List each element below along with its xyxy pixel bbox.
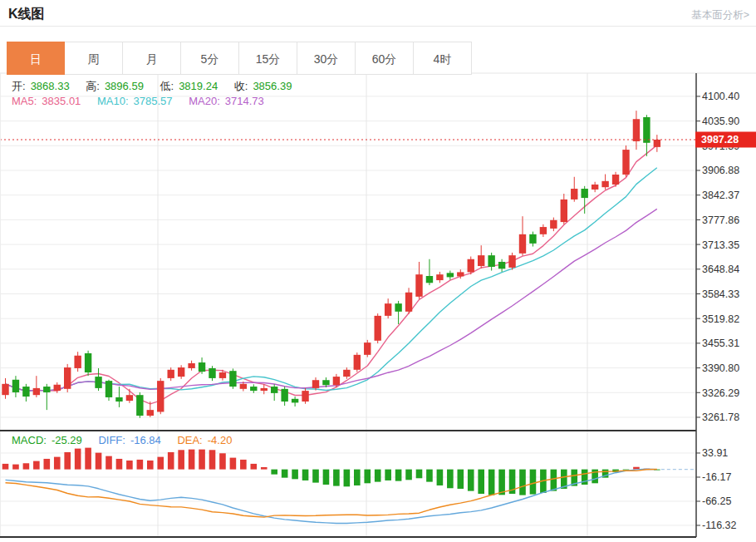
candle[interactable] [43, 387, 50, 392]
candle[interactable] [312, 380, 319, 388]
candle[interactable] [209, 368, 215, 378]
fundamental-analysis-link[interactable]: 基本面分析> [691, 8, 749, 22]
macd-hist-bar[interactable] [447, 470, 454, 489]
candle[interactable] [592, 185, 598, 190]
tab-15min[interactable]: 15分 [239, 42, 297, 75]
candle[interactable] [561, 200, 567, 222]
macd-hist-bar[interactable] [354, 470, 361, 485]
candle[interactable] [74, 356, 81, 368]
macd-hist-bar[interactable] [375, 470, 381, 482]
candle[interactable] [550, 220, 557, 229]
macd-hist-bar[interactable] [302, 470, 309, 480]
candle[interactable] [22, 387, 29, 397]
macd-hist-bar[interactable] [219, 453, 226, 469]
candle[interactable] [447, 273, 454, 277]
macd-hist-bar[interactable] [209, 450, 216, 469]
candle[interactable] [540, 227, 547, 234]
candle[interactable] [601, 181, 608, 187]
macd-hist-bar[interactable] [44, 459, 51, 470]
macd-hist-bar[interactable] [468, 470, 474, 491]
candle[interactable] [147, 410, 154, 416]
candle[interactable] [229, 371, 236, 387]
macd-hist-bar[interactable] [64, 452, 71, 470]
macd-hist-bar[interactable] [364, 470, 371, 484]
macd-hist-bar[interactable] [271, 470, 277, 475]
candle[interactable] [529, 234, 536, 244]
macd-hist-bar[interactable] [551, 470, 557, 491]
tab-day[interactable]: 日 [7, 42, 65, 75]
candle[interactable] [354, 355, 361, 370]
candle[interactable] [415, 274, 422, 297]
candle[interactable] [519, 234, 526, 254]
tab-4hour[interactable]: 4时 [414, 42, 472, 75]
macd-hist-bar[interactable] [168, 452, 174, 470]
candle[interactable] [178, 367, 184, 377]
candle[interactable] [126, 395, 133, 401]
tab-month[interactable]: 月 [123, 42, 181, 75]
macd-hist-bar[interactable] [54, 457, 61, 470]
candle[interactable] [261, 388, 268, 391]
macd-hist-bar[interactable] [458, 470, 464, 489]
candle[interactable] [188, 363, 194, 368]
candle[interactable] [199, 362, 205, 372]
tab-5min[interactable]: 5分 [181, 42, 239, 75]
macd-hist-bar[interactable] [292, 470, 298, 480]
macd-hist-bar[interactable] [199, 450, 205, 470]
macd-hist-bar[interactable] [12, 465, 19, 470]
macd-hist-bar[interactable] [437, 470, 444, 485]
macd-hist-bar[interactable] [106, 456, 112, 470]
macd-hist-bar[interactable] [498, 470, 505, 495]
candle[interactable] [364, 342, 371, 355]
macd-hist-bar[interactable] [530, 470, 537, 495]
candle[interactable] [95, 377, 101, 388]
candle[interactable] [85, 353, 91, 372]
macd-hist-bar[interactable] [75, 449, 81, 470]
candle[interactable] [612, 175, 619, 185]
candle[interactable] [106, 381, 112, 397]
macd-hist-bar[interactable] [426, 470, 433, 482]
macd-hist-bar[interactable] [147, 461, 154, 470]
candle[interactable] [281, 389, 287, 402]
macd-hist-bar[interactable] [137, 460, 144, 470]
macd-hist-bar[interactable] [519, 470, 526, 495]
macd-hist-bar[interactable] [2, 464, 9, 470]
tab-week[interactable]: 周 [65, 42, 123, 75]
candle[interactable] [385, 303, 391, 316]
candle[interactable] [488, 255, 494, 267]
macd-hist-bar[interactable] [96, 453, 102, 470]
candle[interactable] [240, 384, 247, 389]
macd-hist-bar[interactable] [126, 461, 133, 470]
candle[interactable] [292, 399, 298, 403]
candle[interactable] [571, 189, 577, 200]
macd-hist-bar[interactable] [282, 470, 288, 478]
candle[interactable] [64, 367, 71, 389]
candle[interactable] [219, 372, 226, 378]
candle[interactable] [333, 377, 340, 385]
tab-60min[interactable]: 60分 [356, 42, 414, 75]
macd-hist-bar[interactable] [312, 470, 319, 483]
candle[interactable] [157, 381, 164, 411]
candle[interactable] [250, 387, 257, 391]
candle[interactable] [582, 189, 588, 198]
candle[interactable] [2, 384, 8, 395]
macd-hist-bar[interactable] [333, 470, 340, 486]
macd-hist-bar[interactable] [405, 470, 412, 480]
macd-hist-bar[interactable] [230, 458, 237, 470]
candle[interactable] [468, 259, 474, 273]
candle[interactable] [271, 387, 277, 393]
candle[interactable] [508, 255, 515, 268]
candle[interactable] [457, 272, 464, 276]
candle[interactable] [115, 397, 122, 402]
candle[interactable] [33, 388, 40, 395]
candle[interactable] [426, 276, 433, 283]
candle[interactable] [168, 370, 174, 378]
macd-hist-bar[interactable] [240, 460, 247, 470]
candle[interactable] [405, 293, 412, 312]
candle[interactable] [343, 370, 350, 377]
candle[interactable] [654, 140, 660, 147]
macd-hist-bar[interactable] [385, 470, 391, 480]
macd-hist-bar[interactable] [395, 470, 402, 481]
macd-hist-bar[interactable] [33, 461, 40, 470]
candle[interactable] [498, 262, 505, 269]
candle[interactable] [375, 316, 381, 341]
